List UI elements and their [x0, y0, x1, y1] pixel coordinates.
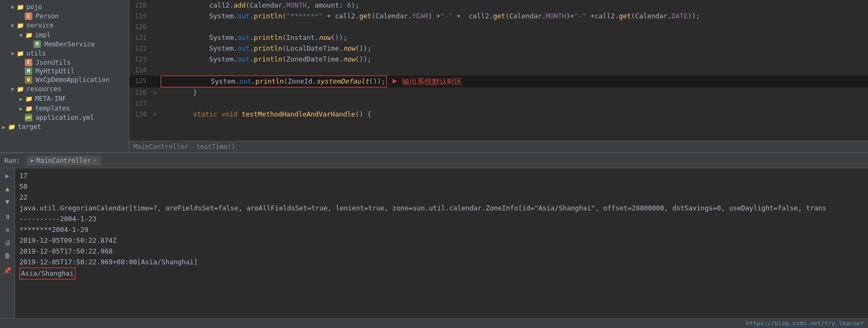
label-resources: resources — [26, 85, 61, 93]
arrow-target: ▶ — [0, 124, 8, 130]
label-templates: templates — [35, 105, 70, 112]
label-myhttputil: MyHttpUtil — [36, 67, 74, 75]
breadcrumb-bar: MainController › testTime() — [129, 141, 868, 152]
run-button[interactable]: ▶ — [2, 170, 13, 181]
label-service: service — [26, 22, 54, 29]
annotation-text: 输出系统默认时区 — [402, 76, 462, 87]
code-editor: 118 call2.add(Calendar.MONTH, amount: 6)… — [129, 0, 868, 152]
code-line-121: 121 System.out.println(Instant.now()); — [129, 32, 868, 43]
breadcrumb-part2: testTime() — [196, 143, 235, 151]
footer-link: https://blog.csdn.net/try_learner — [746, 320, 864, 327]
tree-item-myhttputil[interactable]: M MyHttpUtil — [0, 67, 129, 76]
file-tree: ▼ 📁 pojo C Person ▼ 📁 service ▼ 📁 impl — [0, 0, 129, 152]
output-line-9: Asia/Shanghai — [19, 268, 864, 279]
run-tab-label: MainController — [37, 157, 91, 165]
run-tab-maincontroller[interactable]: ▶ MainController ✕ — [26, 156, 101, 166]
code-line-123: 123 System.out.println(ZonedDateTime.now… — [129, 54, 868, 65]
label-jsonutils: JsonUtils — [36, 59, 71, 66]
folder-icon-utils: 📁 — [16, 49, 25, 58]
class-icon-jsonutils: C — [25, 59, 32, 66]
scroll-up-button[interactable]: ▲ — [2, 183, 13, 194]
label-pojo: pojo — [26, 3, 42, 11]
output-line-2: 22 — [19, 192, 864, 203]
output-line-5: ********2004-1-29 — [19, 224, 864, 235]
scroll-down-button[interactable]: ▼ — [2, 196, 13, 207]
bottom-panel: Run: ▶ MainController ✕ ▶ ▲ ▼ ⏸ ≡ 🖨 🗑 📌 … — [0, 152, 868, 318]
tree-item-impl[interactable]: ▼ 📁 impl — [0, 30, 129, 40]
output-line-3: java.util.GregorianCalendar[time=?, areF… — [19, 203, 864, 214]
output-line-1: 50 — [19, 181, 864, 192]
run-icon: ▶ — [31, 157, 34, 164]
yaml-icon: yml — [25, 114, 32, 121]
code-line-120: 120 — [129, 22, 868, 32]
tree-item-resources[interactable]: ▼ 📁 resources — [0, 84, 129, 94]
arrow-service: ▼ — [9, 23, 16, 29]
arrow-utils: ▼ — [9, 51, 16, 57]
folder-icon-metainf: 📁 — [25, 94, 33, 103]
label-applicationyml: application.yml — [36, 114, 94, 121]
code-line-122: 122 System.out.println(LocalDateTime.now… — [129, 43, 868, 54]
class-icon-person: C — [25, 12, 32, 20]
output-line-4: ----------2004-1-23 — [19, 214, 864, 224]
code-line-118: 118 call2.add(Calendar.MONTH, amount: 6)… — [129, 0, 868, 11]
folder-icon-impl: 📁 — [25, 31, 33, 39]
output-line-6: 2019-12-05T09:50:22.874Z — [19, 235, 864, 246]
label-metainf: META-INF — [35, 95, 66, 102]
tree-item-metainf[interactable]: ▶ 📁 META-INF — [0, 94, 129, 104]
pin-button[interactable]: 📌 — [2, 265, 13, 276]
arrow-pojo: ▼ — [9, 4, 16, 10]
code-line-119: 119 System.out.println("*******" + call2… — [129, 11, 868, 22]
folder-icon-target: 📁 — [8, 122, 16, 131]
main-layout: ▼ 📁 pojo C Person ▼ 📁 service ▼ 📁 impl — [0, 0, 868, 152]
arrow-metainf: ▶ — [17, 96, 25, 102]
folder-icon-service: 📁 — [16, 21, 25, 30]
tree-item-jsonutils[interactable]: C JsonUtils — [0, 58, 129, 67]
run-tab-bar: Run: ▶ MainController ✕ — [0, 153, 868, 168]
label-target: target — [18, 123, 41, 131]
annotation-area: ➤ 输出系统默认时区 — [391, 76, 462, 87]
run-tab-close-icon[interactable]: ✕ — [93, 158, 96, 163]
code-line-126: 126 ⊖ } — [129, 87, 868, 98]
code-line-128: 128 ⊖ static void testMethodHandleAndVar… — [129, 109, 868, 120]
output-line-7: 2019-12-05T17:50:22.968 — [19, 246, 864, 257]
arrow-resources: ▼ — [9, 86, 16, 92]
folder-icon-resources: 📁 — [16, 85, 25, 93]
red-arrow-icon: ➤ — [391, 76, 398, 87]
label-person: Person — [36, 12, 59, 20]
delete-button[interactable]: 🗑 — [2, 250, 13, 261]
pause-button[interactable]: ⏸ — [2, 211, 13, 222]
output-line-8: 2019-12-05T17:50:22.969+08:00[Asia/Shang… — [19, 257, 864, 268]
highlighted-code: System.out.println(ZoneId.systemDefault(… — [161, 76, 387, 87]
highlighted-output: Asia/Shanghai — [19, 268, 75, 279]
folder-icon-pojo: 📁 — [16, 3, 25, 11]
folder-icon-templates: 📁 — [25, 104, 33, 113]
tree-item-utils[interactable]: ▼ 📁 utils — [0, 49, 129, 58]
class-icon-memberservice: M — [33, 40, 41, 48]
code-line-124: 124 — [129, 65, 868, 76]
side-toolbar: ▶ ▲ ▼ ⏸ ≡ 🖨 🗑 📌 — [0, 168, 15, 318]
align-button[interactable]: ≡ — [2, 224, 13, 235]
code-line-127: 127 — [129, 98, 868, 109]
class-icon-wxcpdemo: W — [25, 76, 32, 84]
label-wxcpdemo: WxCpDemoApplication — [36, 76, 109, 84]
tree-item-person[interactable]: C Person — [0, 12, 129, 20]
label-impl: impl — [35, 31, 51, 39]
class-icon-myhttputil: M — [25, 67, 32, 75]
arrow-templates: ▶ — [17, 106, 25, 112]
output-area: 17 50 22 java.util.GregorianCalendar[tim… — [15, 168, 868, 318]
tree-item-service[interactable]: ▼ 📁 service — [0, 20, 129, 30]
tree-item-applicationyml[interactable]: yml application.yml — [0, 113, 129, 122]
arrow-impl: ▼ — [17, 32, 25, 38]
print-button[interactable]: 🖨 — [2, 237, 13, 248]
label-utils: utils — [26, 50, 46, 57]
output-line-0: 17 — [19, 170, 864, 181]
tree-item-memberservice[interactable]: M MemberService — [0, 40, 129, 49]
tree-item-pojo[interactable]: ▼ 📁 pojo — [0, 2, 129, 12]
breadcrumb-part1: MainController — [134, 143, 188, 151]
tree-item-templates[interactable]: ▶ 📁 templates — [0, 104, 129, 113]
bottom-layout: ▶ ▲ ▼ ⏸ ≡ 🖨 🗑 📌 17 50 22 java.util.Grego… — [0, 168, 868, 318]
footer-bar: https://blog.csdn.net/try_learner — [0, 318, 868, 328]
tree-item-target[interactable]: ▶ 📁 target — [0, 122, 129, 132]
tree-item-wxcpdemo[interactable]: W WxCpDemoApplication — [0, 76, 129, 84]
code-line-125: 125 System.out.println(ZoneId.systemDefa… — [129, 76, 868, 87]
